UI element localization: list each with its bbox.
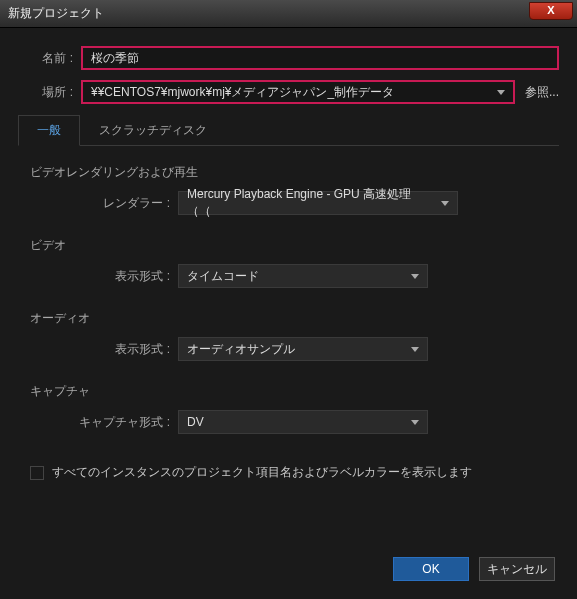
- renderer-select[interactable]: Mercury Playback Engine - GPU 高速処理（（: [178, 191, 458, 215]
- group-capture-title: キャプチャ: [30, 383, 547, 400]
- audio-format-value: オーディオサンプル: [187, 341, 295, 358]
- renderer-label: レンダラー :: [50, 195, 170, 212]
- video-format-value: タイムコード: [187, 268, 259, 285]
- chevron-down-icon: [411, 347, 419, 352]
- group-rendering-title: ビデオレンダリングおよび再生: [30, 164, 547, 181]
- group-rendering: ビデオレンダリングおよび再生 レンダラー : Mercury Playback …: [30, 164, 547, 215]
- tabs: 一般 スクラッチディスク: [18, 114, 559, 146]
- group-audio: オーディオ 表示形式 : オーディオサンプル: [30, 310, 547, 361]
- name-label: 名前 :: [18, 50, 73, 67]
- name-input[interactable]: [81, 46, 559, 70]
- chevron-down-icon: [411, 420, 419, 425]
- audio-format-select[interactable]: オーディオサンプル: [178, 337, 428, 361]
- titlebar: 新規プロジェクト X: [0, 0, 577, 28]
- chevron-down-icon: [441, 201, 449, 206]
- group-video-title: ビデオ: [30, 237, 547, 254]
- group-video: ビデオ 表示形式 : タイムコード: [30, 237, 547, 288]
- renderer-value: Mercury Playback Engine - GPU 高速処理（（: [187, 186, 433, 220]
- capture-format-value: DV: [187, 415, 204, 429]
- chevron-down-icon: [411, 274, 419, 279]
- group-audio-title: オーディオ: [30, 310, 547, 327]
- location-row: 場所 : ¥¥CENTOS7¥mjwork¥mj¥メディアジャパン_制作データ …: [18, 80, 559, 104]
- location-dropdown[interactable]: ¥¥CENTOS7¥mjwork¥mj¥メディアジャパン_制作データ: [81, 80, 515, 104]
- ok-button[interactable]: OK: [393, 557, 469, 581]
- audio-format-label: 表示形式 :: [50, 341, 170, 358]
- audio-format-field: 表示形式 : オーディオサンプル: [50, 337, 547, 361]
- name-row: 名前 :: [18, 46, 559, 70]
- location-value: ¥¥CENTOS7¥mjwork¥mj¥メディアジャパン_制作データ: [91, 84, 394, 101]
- close-button[interactable]: X: [529, 2, 573, 20]
- group-capture: キャプチャ キャプチャ形式 : DV: [30, 383, 547, 434]
- video-format-select[interactable]: タイムコード: [178, 264, 428, 288]
- video-format-label: 表示形式 :: [50, 268, 170, 285]
- show-names-label: すべてのインスタンスのプロジェクト項目名およびラベルカラーを表示します: [52, 464, 472, 481]
- tab-scratch-disks[interactable]: スクラッチディスク: [80, 115, 226, 146]
- footer: OK キャンセル: [393, 557, 555, 581]
- show-names-checkbox[interactable]: [30, 466, 44, 480]
- video-format-field: 表示形式 : タイムコード: [50, 264, 547, 288]
- location-label: 場所 :: [18, 84, 73, 101]
- renderer-field: レンダラー : Mercury Playback Engine - GPU 高速…: [50, 191, 547, 215]
- close-icon: X: [547, 4, 554, 16]
- capture-format-select[interactable]: DV: [178, 410, 428, 434]
- tab-general[interactable]: 一般: [18, 115, 80, 146]
- window-title: 新規プロジェクト: [8, 5, 104, 22]
- chevron-down-icon: [497, 90, 505, 95]
- dialog-body: 名前 : 場所 : ¥¥CENTOS7¥mjwork¥mj¥メディアジャパン_制…: [0, 28, 577, 501]
- browse-button[interactable]: 参照...: [525, 84, 559, 101]
- capture-format-field: キャプチャ形式 : DV: [50, 410, 547, 434]
- cancel-button[interactable]: キャンセル: [479, 557, 555, 581]
- settings-panel: ビデオレンダリングおよび再生 レンダラー : Mercury Playback …: [18, 146, 559, 491]
- capture-format-label: キャプチャ形式 :: [50, 414, 170, 431]
- show-names-row: すべてのインスタンスのプロジェクト項目名およびラベルカラーを表示します: [30, 464, 547, 481]
